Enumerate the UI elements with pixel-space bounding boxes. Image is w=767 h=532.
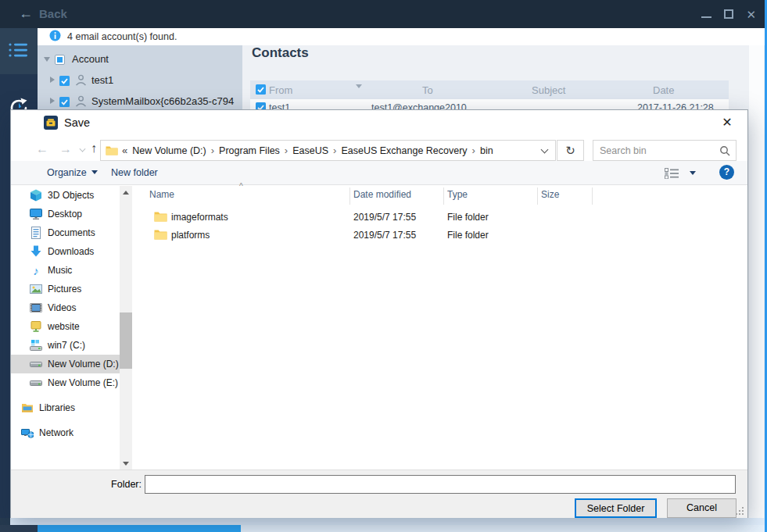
places-scrollbar[interactable] (120, 186, 132, 470)
column-header-to[interactable]: To (422, 84, 433, 96)
cancel-button[interactable]: Cancel (667, 498, 737, 518)
minimize-button[interactable] (701, 16, 711, 18)
breadcrumb-overflow[interactable]: « (118, 145, 132, 156)
organize-dropdown-icon (91, 170, 98, 174)
expander-right-icon[interactable] (50, 77, 55, 83)
address-dropdown-icon[interactable] (541, 146, 549, 154)
from-checkbox[interactable] (256, 84, 266, 97)
breadcrumb-separator: › (280, 145, 292, 156)
breadcrumb-separator: › (468, 145, 480, 156)
place-item-pictures[interactable]: Pictures (11, 280, 120, 298)
cell-name: platforms (171, 230, 210, 241)
tree-label-account: Account (72, 53, 109, 65)
breadcrumb-item[interactable]: Program Files (219, 145, 280, 156)
from-dropdown-icon[interactable] (356, 84, 362, 88)
breadcrumb-separator: › (328, 145, 341, 156)
resize-grip[interactable] (733, 505, 744, 515)
place-item-desktop[interactable]: Desktop (11, 205, 120, 223)
cell-from: test1 (269, 102, 290, 109)
contact-row-partial[interactable]: test1 test1@exchange2010 2017-11-26 21:2… (250, 99, 729, 109)
system-drive-icon (30, 339, 42, 352)
breadcrumb-item[interactable]: bin (480, 145, 493, 156)
tree-label-test1: test1 (91, 74, 113, 86)
place-item-documents[interactable]: Documents (11, 223, 120, 242)
tree-item-account[interactable]: Account (38, 48, 242, 70)
column-header-from[interactable]: From (269, 84, 292, 96)
file-row-platforms[interactable]: platforms 2019/5/7 17:55 File folder (134, 227, 736, 244)
scroll-down-button[interactable] (120, 457, 132, 470)
music-icon: ♪ (30, 264, 42, 277)
breadcrumb-item[interactable]: EaseUS (292, 145, 328, 156)
folder-icon (106, 145, 118, 155)
sidebar-item-list[interactable] (0, 28, 38, 74)
row-checkbox[interactable] (256, 102, 266, 109)
contacts-scrollbar[interactable] (749, 45, 764, 518)
place-item-videos[interactable]: Videos (11, 298, 120, 317)
expander-down-icon[interactable] (44, 57, 50, 62)
info-bar: 4 email account(s) found. (38, 28, 767, 45)
breadcrumb-separator: › (206, 145, 219, 156)
view-options-dropdown-icon[interactable] (690, 171, 696, 175)
place-item-downloads[interactable]: Downloads (11, 242, 120, 261)
cell-type: File folder (447, 212, 489, 223)
column-header-date[interactable]: Date (653, 84, 674, 96)
save-dialog: Save ✕ ← → ↑ « New Volume (D:) › Program… (10, 109, 748, 518)
column-header-date-modified[interactable]: Date modified (353, 189, 411, 200)
contacts-header: From To Subject Date (250, 80, 729, 99)
downloads-icon (30, 245, 42, 258)
address-bar[interactable]: « New Volume (D:) › Program Files › Ease… (100, 140, 556, 161)
folder-input[interactable] (145, 475, 736, 494)
nav-up-button[interactable]: ↑ (91, 141, 97, 155)
person-icon (75, 95, 87, 110)
pictures-icon (30, 283, 42, 295)
column-header-name[interactable]: Name (149, 189, 174, 200)
place-item-new-volume-e[interactable]: New Volume (E:) (11, 373, 120, 392)
nav-forward-button[interactable]: → (59, 142, 72, 156)
column-header-size[interactable]: Size (541, 189, 559, 200)
folder-icon (154, 229, 167, 242)
column-header-type[interactable]: Type (447, 189, 468, 200)
website-folder-icon (30, 320, 42, 333)
account-checkbox-partial[interactable] (55, 54, 65, 68)
tree-item-systemmailbox[interactable]: SystemMailbox{c66b2a35-c794 (38, 91, 242, 112)
app-close-button[interactable]: ✕ (746, 9, 756, 20)
nav-back-button[interactable]: ← (36, 142, 48, 156)
dialog-close-button[interactable]: ✕ (717, 114, 737, 131)
organize-button[interactable]: Organize (47, 167, 98, 178)
place-item-libraries[interactable]: Libraries (11, 398, 120, 417)
select-folder-button[interactable]: Select Folder (575, 498, 657, 518)
3d-objects-icon (30, 189, 42, 202)
search-icon (719, 145, 730, 159)
cell-name: imageformats (171, 212, 228, 223)
tree-label-systemmailbox: SystemMailbox{c66b2a35-c794 (91, 95, 234, 107)
back-label: Back (39, 7, 67, 20)
back-button[interactable]: ← Back (19, 5, 67, 22)
nav-history-dropdown[interactable] (80, 146, 86, 152)
place-item-website[interactable]: website (11, 317, 120, 336)
column-header-subject[interactable]: Subject (532, 84, 565, 96)
systemmailbox-checkbox[interactable] (59, 96, 70, 110)
place-item-win7-c[interactable]: win7 (C:) (11, 336, 120, 355)
maximize-button[interactable] (724, 9, 733, 19)
breadcrumb-item[interactable]: EaseUS Exchange Recovery (341, 145, 467, 156)
dialog-footer: Folder: Select Folder Cancel (11, 470, 747, 518)
details-view-icon[interactable] (665, 168, 679, 182)
place-item-3d-objects[interactable]: 3D Objects (11, 186, 120, 205)
test1-checkbox[interactable] (59, 75, 70, 89)
tree-item-test1[interactable]: test1 (38, 70, 242, 91)
info-icon (49, 30, 61, 45)
help-button[interactable]: ? (719, 165, 734, 180)
new-folder-button[interactable]: New folder (111, 167, 158, 178)
person-icon (75, 74, 87, 89)
scroll-up-button[interactable] (120, 186, 132, 198)
place-item-music[interactable]: ♪ Music (11, 261, 120, 280)
file-row-imageformats[interactable]: imageformats 2019/5/7 17:55 File folder (134, 209, 736, 226)
place-item-network[interactable]: Network (11, 423, 120, 442)
scrollbar-thumb[interactable] (120, 312, 132, 369)
expander-right-icon[interactable] (50, 98, 55, 104)
search-input[interactable] (593, 141, 719, 160)
breadcrumb-item[interactable]: New Volume (D:) (132, 145, 206, 156)
cell-date: 2017-11-26 21:28 (637, 102, 714, 109)
refresh-button[interactable]: ↻ (557, 140, 584, 161)
place-item-new-volume-d[interactable]: New Volume (D:) (11, 355, 120, 373)
